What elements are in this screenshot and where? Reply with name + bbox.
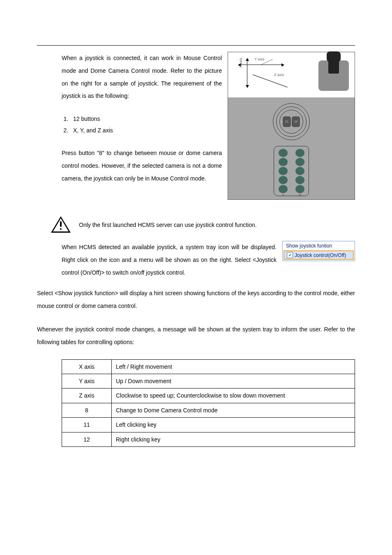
cell-key: 11 bbox=[62, 418, 112, 432]
table-row: 8 Change to Dome Camera Control mode bbox=[62, 403, 355, 417]
warning-icon bbox=[51, 216, 71, 234]
note-text: Only the first launched HCMS server can … bbox=[79, 222, 257, 228]
table-row: 11 Left clicking key bbox=[62, 418, 355, 432]
cell-val: Change to Dome Camera Control mode bbox=[112, 403, 355, 417]
req-item-2: X, Y, and Z axis bbox=[70, 125, 222, 136]
paragraph-3: Select <Show joystick function> will dis… bbox=[37, 287, 355, 312]
tray-paragraph: When HCMS detected an available joystick… bbox=[62, 241, 277, 279]
menu-item-joystick-control[interactable]: ✔ Joystick control(On/Off) bbox=[284, 250, 354, 260]
cell-val: Clockwise to speed up; Counterclockwise … bbox=[112, 388, 355, 403]
menu-item-show-function[interactable]: Show joystick funtion bbox=[283, 241, 355, 250]
y-axis-label: Y axis bbox=[254, 57, 264, 61]
cell-key: Y axis bbox=[62, 374, 112, 388]
check-icon: ✔ bbox=[287, 252, 293, 258]
cell-val: Left / Right movement bbox=[112, 359, 355, 374]
joystick-diagram: Y axis X axis Z axis 11 12 1 2 3 4 bbox=[228, 52, 355, 200]
button-11: 11 bbox=[283, 116, 291, 127]
table-row: 12 Right clicking key bbox=[62, 432, 355, 446]
tray-context-menu: Show joystick funtion ✔ Joystick control… bbox=[282, 241, 355, 261]
button-12: 12 bbox=[292, 116, 300, 127]
paragraph-4: Whenever the joystick control mode chang… bbox=[37, 323, 355, 349]
joystick-hat: 11 12 bbox=[273, 103, 310, 140]
cell-val: Left clicking key bbox=[112, 418, 355, 432]
joystick-keypad: 1 2 3 4 5 6 7 8 9 10 bbox=[274, 146, 309, 196]
x-axis-label: X axis bbox=[239, 58, 243, 68]
menu-item-joystick-control-label: Joystick control(On/Off) bbox=[295, 252, 346, 258]
table-row: Y axis Up / Down movement bbox=[62, 374, 355, 388]
cell-key: Z axis bbox=[62, 388, 112, 403]
cell-key: 12 bbox=[62, 432, 112, 446]
requirements-list: 12 buttons X, Y, and Z axis bbox=[62, 113, 222, 136]
table-row: X axis Left / Right movement bbox=[62, 359, 355, 374]
cell-key: 8 bbox=[62, 403, 112, 417]
z-axis-label: Z axis bbox=[274, 73, 284, 77]
horizontal-rule bbox=[37, 45, 355, 46]
table-row: Z axis Clockwise to speed up; Counterclo… bbox=[62, 388, 355, 403]
intro-paragraph-2: Press button "8" to change between mouse… bbox=[62, 147, 222, 185]
cell-val: Right clicking key bbox=[112, 432, 355, 446]
cell-val: Up / Down movement bbox=[112, 374, 355, 388]
cell-key: X axis bbox=[62, 359, 112, 374]
intro-paragraph-1: When a joystick is connected, it can wor… bbox=[62, 52, 222, 102]
req-item-1: 12 buttons bbox=[70, 113, 222, 125]
controls-table: X axis Left / Right movement Y axis Up /… bbox=[62, 359, 355, 447]
